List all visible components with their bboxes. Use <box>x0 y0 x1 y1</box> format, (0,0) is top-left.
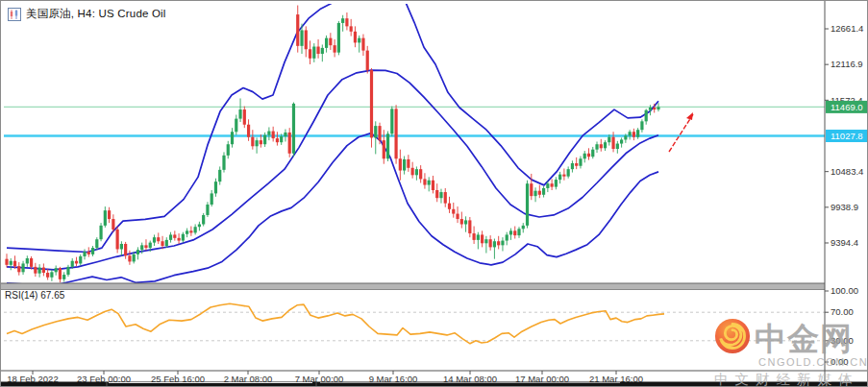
chart-header: 美国原油, H4: US Crude Oil <box>8 7 166 21</box>
pane-splitter[interactable] <box>1 283 825 290</box>
watermark-brand: 中金网 <box>755 323 853 354</box>
price-tick-label: 12116.9 <box>831 59 863 69</box>
price-badge-11469.0: 11469.0 <box>826 101 868 113</box>
price-badge-text: 11469.0 <box>831 102 863 112</box>
rsi-tick-label: 100.00 <box>831 285 858 296</box>
price-tick-label: 9394.4 <box>831 237 858 248</box>
bollinger-bands <box>7 1 658 285</box>
rsi-tick-label: 70.00 <box>831 306 854 317</box>
rsi-line <box>7 303 664 344</box>
bollinger-middle-line <box>7 70 658 270</box>
chart-window: 12661.412116.911572.410483.49938.99394.4… <box>0 0 868 387</box>
candles-layer <box>5 6 659 283</box>
price-tick-label: 12661.4 <box>831 23 863 34</box>
watermark-domain: CNGOLD.COM.CN <box>758 356 866 368</box>
bollinger-lower-line <box>7 133 658 286</box>
trend-arrow[interactable] <box>669 114 693 152</box>
price-tick-label: 9938.9 <box>831 202 858 212</box>
price-badge-text: 11027.8 <box>831 131 863 141</box>
watermark-slogan: 中文财经新媒体 <box>714 371 866 387</box>
chart-title: 美国原油, H4: US Crude Oil <box>26 7 166 21</box>
price-badge-11027.8: 11027.8 <box>826 130 868 142</box>
candlestick-chart-icon <box>8 8 21 21</box>
price-tick-label: 10483.4 <box>831 166 863 177</box>
cngold-logo-icon <box>714 318 751 358</box>
rsi-indicator-label: RSI(14) 67.65 <box>5 290 64 301</box>
trend-arrow-head <box>686 112 693 120</box>
watermark: 中金网 CNGOLD.COM.CN 中文财经新媒体 <box>714 318 866 387</box>
